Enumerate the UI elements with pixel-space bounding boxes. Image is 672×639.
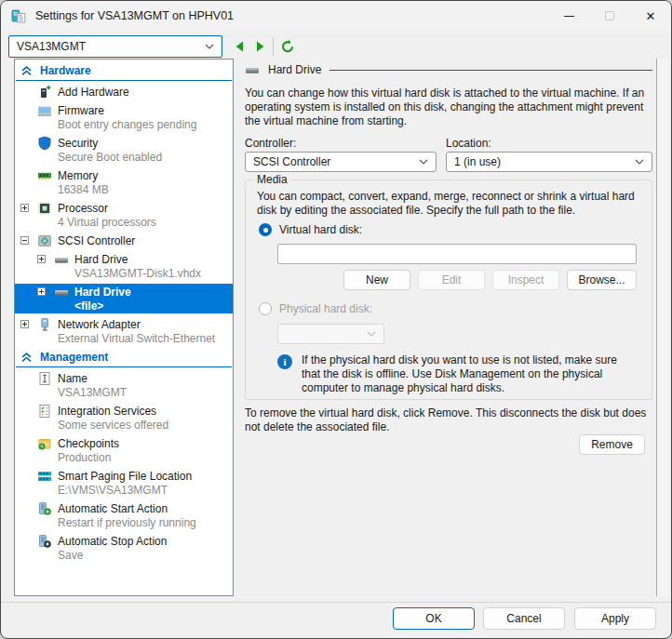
tree-item-row[interactable]: Checkpoints: [15, 435, 233, 451]
sidebar-section-management[interactable]: Management: [16, 349, 232, 367]
media-group-label: Media: [253, 173, 291, 186]
auto-stop-icon: [37, 534, 52, 549]
sidebar-item-scsi-controller[interactable]: SCSI Controller: [15, 233, 233, 248]
cancel-button[interactable]: Cancel: [483, 607, 565, 630]
sidebar-item-security[interactable]: SecuritySecure Boot enabled: [15, 135, 233, 165]
sidebar-item-name[interactable]: NameVSA13MGMT: [15, 370, 233, 400]
sidebar-item-checkpoints[interactable]: CheckpointsProduction: [15, 435, 233, 465]
tree-expander-plus-icon[interactable]: [37, 287, 54, 296]
tree-item-label: Checkpoints: [58, 437, 119, 450]
new-button[interactable]: New: [343, 270, 410, 290]
navigate-previous-button[interactable]: [233, 39, 248, 54]
location-combobox[interactable]: 1 (in use): [446, 152, 652, 172]
tree-item-row[interactable]: Hard Drive: [15, 251, 233, 267]
hardware-tree: HardwareAdd HardwareFirmwareBoot entry c…: [14, 59, 234, 596]
sidebar-item-hard-drive[interactable]: Hard DriveVSA13MGMT-Disk1.vhdx: [15, 251, 233, 281]
header-rule: [329, 70, 652, 71]
tree-item-row[interactable]: Processor: [15, 200, 233, 216]
location-label: Location:: [446, 137, 491, 150]
firmware-icon: [37, 103, 52, 118]
title-bar: Settings for VSA13MGMT on HPHV01 ✕: [1, 1, 671, 31]
physical-disk-combobox: [277, 324, 384, 344]
tree-item-subtitle: <file>: [15, 300, 233, 313]
security-icon: [37, 136, 52, 151]
pane-header: Hard Drive: [245, 62, 652, 77]
sidebar-section-label: Management: [40, 351, 108, 364]
sidebar-item-smart-paging-file-location[interactable]: Smart Paging File LocationE:\VMS\VSA13MG…: [15, 468, 233, 498]
tree-item-row[interactable]: Security: [15, 135, 233, 151]
tree-item-row[interactable]: Automatic Stop Action: [15, 533, 233, 549]
remove-description: To remove the virtual hard disk, click R…: [245, 406, 658, 434]
chevron-down-icon: [635, 159, 644, 165]
remove-button[interactable]: Remove: [579, 434, 645, 455]
tree-item-label: Memory: [58, 169, 98, 182]
media-groupbox: Media You can compact, convert, expand, …: [245, 180, 652, 400]
tree-item-row[interactable]: Add Hardware: [15, 84, 233, 100]
physical-hard-disk-radio: Physical hard disk:: [259, 302, 372, 315]
sidebar-item-memory[interactable]: Memory16384 MB: [15, 167, 233, 197]
tree-item-row[interactable]: Automatic Start Action: [15, 500, 233, 516]
apply-button[interactable]: Apply: [574, 607, 656, 630]
virtual-hard-disk-radio[interactable]: Virtual hard disk:: [259, 223, 362, 236]
sidebar-item-automatic-stop-action[interactable]: Automatic Stop ActionSave: [15, 533, 233, 563]
name-icon: [37, 371, 52, 386]
minimize-button[interactable]: [548, 1, 589, 31]
radio-unselected-icon: [259, 302, 272, 315]
browse-button[interactable]: Browse...: [567, 270, 637, 290]
maximize-icon: [605, 11, 614, 20]
hyperv-settings-icon: [11, 8, 26, 23]
inspect-button: Inspect: [492, 270, 559, 290]
tree-expander-minus-icon[interactable]: [20, 236, 37, 245]
sidebar-item-network-adapter[interactable]: Network AdapterExternal Virtual Switch-E…: [15, 316, 233, 346]
navigate-next-button[interactable]: [252, 39, 267, 54]
hard-drive-icon: [54, 252, 69, 267]
controller-label: Controller:: [245, 137, 296, 150]
tree-item-label: Name: [58, 372, 87, 385]
tree-expander-plus-icon[interactable]: [20, 204, 37, 212]
sidebar-item-automatic-start-action[interactable]: Automatic Start ActionRestart if previou…: [15, 500, 233, 530]
toolbar-separator: [273, 37, 274, 56]
tree-item-row[interactable]: Name: [15, 370, 233, 386]
media-text: You can compact, convert, expand, merge,…: [257, 190, 642, 218]
tree-item-row[interactable]: Firmware: [15, 102, 233, 118]
tree-item-row[interactable]: Network Adapter: [15, 316, 233, 332]
close-button[interactable]: ✕: [630, 1, 671, 31]
tree-item-label: Integration Services: [58, 405, 156, 418]
pane-scrollbar-track[interactable]: [656, 59, 669, 596]
controller-combobox[interactable]: SCSI Controller: [245, 152, 437, 172]
collapse-chevron-icon[interactable]: [21, 353, 32, 363]
tree-item-label: Firmware: [58, 104, 104, 117]
sidebar-item-firmware[interactable]: FirmwareBoot entry changes pending: [15, 102, 233, 132]
sidebar-item-hard-drive[interactable]: Hard Drive<file>: [15, 284, 233, 313]
vm-selector-combobox[interactable]: VSA13MGMT: [8, 35, 222, 58]
tree-item-row[interactable]: SCSI Controller: [15, 233, 233, 248]
maximize-button: [589, 1, 630, 31]
tree-expander-plus-icon[interactable]: [37, 255, 54, 263]
controller-value: SCSI Controller: [253, 155, 419, 168]
tree-item-row[interactable]: Integration Services: [15, 403, 233, 419]
tree-item-subtitle: Boot entry changes pending: [15, 118, 233, 132]
tree-item-subtitle: Secure Boot enabled: [15, 151, 233, 165]
tree-item-label: Network Adapter: [58, 318, 141, 331]
hard-drive-icon: [245, 62, 260, 77]
intro-text: You can change how this virtual hard dis…: [245, 87, 658, 128]
tree-item-row[interactable]: Smart Paging File Location: [15, 468, 233, 484]
tree-item-subtitle: Save: [15, 549, 233, 563]
minimize-icon: [564, 16, 574, 17]
vhd-path-input[interactable]: [277, 244, 637, 264]
sidebar-section-hardware[interactable]: Hardware: [16, 62, 232, 81]
vm-selector-value: VSA13MGMT: [17, 40, 205, 53]
location-value: 1 (in use): [454, 155, 635, 168]
scsi-controller-icon: [37, 233, 52, 248]
physical-hard-disk-label: Physical hard disk:: [279, 302, 372, 315]
tree-item-row[interactable]: Hard Drive: [15, 284, 233, 300]
sidebar-item-integration-services[interactable]: Integration ServicesSome services offere…: [15, 403, 233, 433]
sidebar-item-processor[interactable]: Processor4 Virtual processors: [15, 200, 233, 230]
tree-expander-plus-icon[interactable]: [20, 320, 37, 328]
ok-button[interactable]: OK: [393, 607, 475, 630]
collapse-chevron-icon[interactable]: [21, 66, 32, 76]
tree-item-subtitle: Production: [15, 451, 233, 465]
sidebar-item-add-hardware[interactable]: Add Hardware: [15, 84, 233, 100]
refresh-button[interactable]: [280, 39, 295, 54]
tree-item-row[interactable]: Memory: [15, 167, 233, 183]
